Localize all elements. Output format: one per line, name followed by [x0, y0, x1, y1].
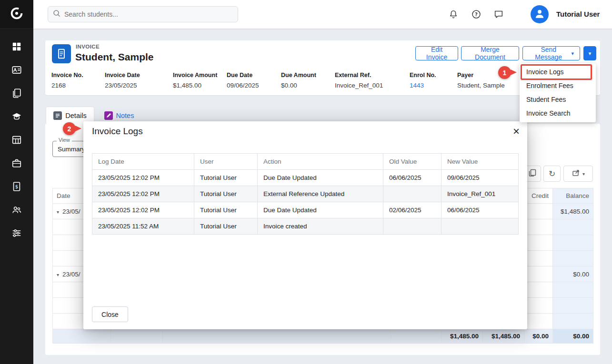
field-external-ref: External Ref.Invoice_Ref_001 [335, 72, 383, 89]
sidebar-item-briefcase[interactable] [7, 159, 26, 169]
totals-row: $1,485.00 $1,485.00 $0.00 $0.00 [53, 329, 593, 344]
sidebar-nav: $ [0, 42, 33, 239]
invoice-logs-table: Log Date User Action Old Value New Value… [92, 153, 519, 235]
field-due-amount: Due Amount$0.00 [281, 72, 316, 89]
sidebar-item-documents[interactable] [7, 89, 26, 99]
invoice-logs-modal: Invoice Logs × Log Date User Action Old … [83, 121, 527, 329]
logs-header-row: Log Date User Action Old Value New Value [92, 154, 519, 170]
send-message-menu: Invoice Logs Enrolment Fees Student Fees… [520, 63, 596, 122]
people-icon [11, 205, 22, 217]
help-icon[interactable]: ? [470, 8, 482, 20]
annotation-step-2: 2 [63, 122, 76, 135]
view-select-label: View [57, 137, 72, 143]
total-balance: $0.00 [553, 329, 593, 344]
invoice-dollar-icon: $ [11, 181, 22, 194]
grid-icon [11, 41, 22, 54]
field-due-date: Due Date09/06/2025 [227, 72, 259, 89]
more-actions-caret-button[interactable]: ▾ [583, 46, 596, 60]
export-icon [572, 168, 580, 179]
total-amount: $1,485.00 [441, 329, 483, 344]
enrol-no-link[interactable]: 1443 [410, 82, 436, 89]
copy-pages-icon [11, 88, 22, 100]
field-invoice-date: Invoice Date23/05/2025 [105, 72, 140, 89]
caret-down-icon: ▾ [582, 171, 585, 177]
caret-down-icon: ▾ [571, 50, 574, 57]
modal-title: Invoice Logs [92, 126, 143, 137]
person-icon [533, 7, 546, 21]
app-root: $ ? Tutorial User INVOICE Student, Sampl… [0, 0, 612, 364]
search-icon [53, 10, 60, 19]
sidebar-item-settings[interactable] [7, 229, 26, 239]
user-avatar[interactable] [531, 5, 549, 23]
tab-notes-label: Notes [116, 112, 134, 119]
menu-item-student-fees[interactable]: Student Fees [520, 93, 596, 107]
app-logo[interactable] [0, 0, 33, 29]
export-button[interactable]: ▾ [563, 166, 593, 182]
record-type-label: INVOICE [76, 44, 100, 49]
user-name: Tutorial User [556, 10, 600, 18]
field-enrol-no: Enrol No.1443 [410, 72, 436, 89]
expand-caret-icon[interactable]: ▾ [57, 272, 59, 277]
invoice-doc-icon [52, 44, 71, 63]
id-card-icon [11, 65, 22, 77]
col-action: Action [258, 154, 383, 170]
sidebar-item-dashboard[interactable] [7, 42, 26, 53]
field-payer: PayerStudent, Sample [457, 72, 505, 89]
search-box [48, 6, 238, 22]
tab-details-label: Details [65, 112, 86, 119]
topbar: ? Tutorial User [33, 0, 612, 29]
col-credit: Credit [524, 188, 553, 204]
merge-document-icon [528, 168, 537, 179]
annotation-arrow-icon [75, 126, 81, 131]
edit-invoice-button[interactable]: Edit Invoice [415, 46, 458, 60]
sidebar-item-contacts[interactable] [7, 66, 26, 76]
details-icon [53, 111, 62, 120]
close-icon[interactable]: × [510, 124, 522, 138]
menu-item-invoice-search[interactable]: Invoice Search [520, 107, 596, 120]
total-credit: $0.00 [524, 329, 553, 344]
history-button[interactable]: ↻ [543, 166, 561, 182]
sidebar-item-courses[interactable] [7, 112, 26, 123]
col-old-value: Old Value [383, 154, 441, 170]
graduation-cap-icon [11, 111, 22, 124]
field-invoice-amount: Invoice Amount$1,485.00 [173, 72, 217, 89]
annotation-step-1: 1 [498, 66, 511, 79]
svg-text:$: $ [15, 184, 18, 189]
briefcase-icon [11, 158, 22, 170]
expand-caret-icon[interactable]: ▾ [57, 209, 59, 215]
menu-item-enrolment-fees[interactable]: Enrolment Fees [520, 79, 596, 93]
sidebar: $ [0, 0, 33, 364]
merge-document-button[interactable]: Merge Document [461, 46, 519, 60]
annotation-arrow-icon [511, 69, 517, 75]
notifications-bell-icon[interactable] [447, 8, 460, 20]
menu-item-invoice-logs[interactable]: Invoice Logs [520, 65, 596, 79]
col-user: User [194, 154, 258, 170]
logo-icon [9, 5, 25, 23]
modal-close-button[interactable]: Close [92, 306, 128, 322]
invoice-fields: Invoice No.2168 Invoice Date23/05/2025 I… [45, 72, 600, 93]
total-debit: $1,485.00 [483, 329, 524, 344]
send-message-button[interactable]: Send Message▾ [522, 46, 580, 60]
log-row: 23/05/2025 12:02 PMTutorial UserDue Date… [92, 170, 519, 186]
sidebar-item-tables[interactable] [7, 136, 26, 146]
history-icon: ↻ [549, 169, 555, 179]
log-row: 23/05/2025 11:52 AMTutorial UserInvoice … [92, 218, 519, 235]
col-log-date: Log Date [92, 154, 194, 170]
table-icon [11, 135, 22, 147]
search-input[interactable] [64, 10, 233, 18]
log-row: 23/05/2025 12:02 PMTutorial UserDue Date… [92, 202, 519, 218]
sidebar-item-finance[interactable]: $ [7, 182, 26, 193]
invoice-header-card: INVOICE Student, Sample Edit Invoice Mer… [45, 40, 600, 95]
caret-down-icon: ▾ [589, 50, 592, 57]
notes-icon [104, 111, 113, 120]
chat-icon[interactable] [492, 8, 505, 20]
col-balance: Balance [553, 188, 593, 204]
page-title: Student, Sample [75, 51, 154, 63]
log-row: 23/05/2025 12:02 PMTutorial UserExternal… [92, 186, 519, 202]
sidebar-item-people[interactable] [7, 206, 26, 216]
field-invoice-no: Invoice No.2168 [51, 72, 83, 89]
col-new-value: New Value [441, 154, 519, 170]
svg-text:?: ? [475, 12, 478, 17]
sliders-icon [11, 228, 22, 240]
